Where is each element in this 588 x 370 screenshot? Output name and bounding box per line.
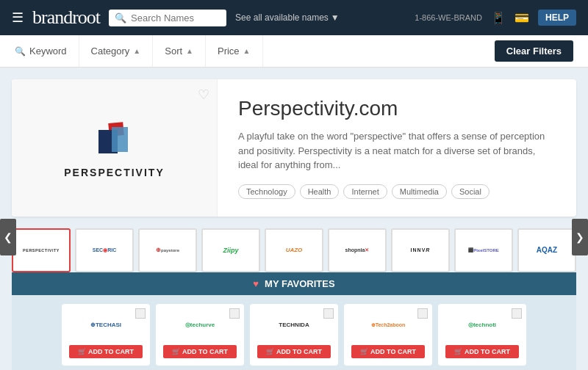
- featured-title: Perspectivity.com: [238, 97, 556, 120]
- search-input[interactable]: [131, 12, 219, 23]
- featured-logo: PERSPECTIVITY: [64, 117, 164, 178]
- thumb-pixelstore[interactable]: ⬛PixelSTORE: [454, 228, 513, 272]
- fav-item-tech2aboon: ⊕Tech2aboon 🛒 ADD TO CART: [344, 304, 432, 366]
- price-label: Price: [218, 46, 240, 57]
- site-header: ☰ brandroot 🔍 See all available names ▼ …: [0, 0, 588, 35]
- keyword-label: Keyword: [29, 46, 67, 57]
- sort-label: Sort: [165, 46, 182, 57]
- thumb-shopnia[interactable]: shopnia✕: [328, 228, 387, 272]
- search-box[interactable]: 🔍: [109, 10, 226, 26]
- main-content: ❮ ❯ ♡ PERSPECTIVITY Perspectivity.com: [0, 68, 588, 370]
- price-arrow: ▲: [243, 47, 251, 55]
- fav-item-techurve: ◎techurve 🛒 ADD TO CART: [156, 304, 244, 366]
- header-right: 1-866-WE-BRAND 📱 💳 HELP: [415, 10, 576, 26]
- cart-icon: 🛒: [360, 348, 368, 355]
- fav-checkbox-tech2aboon[interactable]: [417, 308, 428, 319]
- fav-logo-technida: TECHNIDA: [257, 311, 331, 339]
- fav-logo-tech2aboon: ⊕Tech2aboon: [351, 311, 425, 339]
- tag-health[interactable]: Health: [300, 184, 340, 199]
- wishlist-icon[interactable]: ♡: [198, 87, 209, 103]
- fav-item-technoti: ◎technoti 🛒 ADD TO CART: [438, 304, 526, 366]
- thumb-uazo[interactable]: UAZO: [265, 228, 323, 272]
- category-filter[interactable]: Category ▲: [79, 35, 154, 67]
- clear-filters-button[interactable]: Clear Filters: [495, 40, 573, 62]
- sort-filter[interactable]: Sort ▲: [153, 35, 206, 67]
- thumb-zipy[interactable]: Ziipy: [201, 228, 260, 272]
- phone-number: 1-866-WE-BRAND: [415, 13, 482, 22]
- cart-icon: 🛒: [454, 348, 462, 355]
- featured-logo-area: ♡ PERSPECTIVITY: [12, 79, 218, 217]
- thumb-paystore[interactable]: ⊕paystore: [138, 228, 197, 272]
- thumb-innvr[interactable]: INNVR: [391, 228, 450, 272]
- search-icon-small: 🔍: [15, 46, 26, 57]
- add-to-cart-technida[interactable]: 🛒 ADD TO CART: [257, 345, 331, 358]
- fav-logo-techasi: ⊕TECHASI: [69, 311, 143, 339]
- fav-checkbox-technida[interactable]: [323, 308, 334, 319]
- card-icon[interactable]: 💳: [514, 11, 529, 25]
- fav-logo-technoti: ◎technoti: [445, 311, 519, 339]
- fav-checkbox-techasi[interactable]: [135, 308, 146, 319]
- cart-icon: 🛒: [266, 348, 274, 355]
- filter-bar: 🔍 Keyword Category ▲ Sort ▲ Price ▲ Clea…: [0, 35, 588, 68]
- svg-rect-3: [112, 127, 128, 152]
- featured-info: Perspectivity.com A playful take on the …: [218, 79, 576, 217]
- thumb-secoric[interactable]: SEC◉RIC: [75, 228, 134, 272]
- search-icon: 🔍: [115, 12, 126, 23]
- prev-arrow[interactable]: ❮: [0, 219, 16, 255]
- thumb-aqaz[interactable]: AQAZ: [517, 228, 576, 272]
- price-filter[interactable]: Price ▲: [206, 35, 263, 67]
- fav-checkbox-technoti[interactable]: [512, 308, 522, 319]
- tag-technology[interactable]: Technology: [238, 184, 295, 199]
- see-all-names[interactable]: See all available names ▼: [235, 12, 340, 23]
- thumbnails-row: PERSPECTIVITY SEC◉RIC ⊕paystore Ziipy UA…: [12, 228, 576, 272]
- tags-container: Technology Health Internet Multimedia So…: [238, 184, 556, 199]
- featured-description: A playful take on the word "perspective"…: [238, 129, 556, 173]
- help-button[interactable]: HELP: [538, 10, 576, 26]
- cart-icon: 🛒: [172, 348, 180, 355]
- fav-logo-techurve: ◎techurve: [163, 311, 237, 339]
- favorites-heart-icon: ♥: [253, 278, 259, 289]
- cart-icon: 🛒: [78, 348, 86, 355]
- my-favorites-tab[interactable]: ♥ MY FAVORITES: [12, 272, 576, 295]
- featured-card: ♡ PERSPECTIVITY Perspectivity.com A play…: [12, 79, 576, 217]
- tag-internet[interactable]: Internet: [343, 184, 387, 199]
- add-to-cart-techurve[interactable]: 🛒 ADD TO CART: [163, 345, 237, 358]
- favorites-grid: ⊕TECHASI 🛒 ADD TO CART ◎techurve 🛒 ADD T…: [24, 304, 564, 366]
- tag-multimedia[interactable]: Multimedia: [392, 184, 447, 199]
- brand-logo[interactable]: brandroot: [32, 7, 100, 29]
- tag-social[interactable]: Social: [451, 184, 490, 199]
- my-favorites-label: MY FAVORITES: [265, 278, 335, 289]
- category-label: Category: [91, 46, 130, 57]
- add-to-cart-tech2aboon[interactable]: 🛒 ADD TO CART: [351, 345, 425, 358]
- thumb-perspectivity[interactable]: PERSPECTIVITY: [12, 228, 71, 272]
- next-arrow[interactable]: ❯: [572, 219, 588, 255]
- sort-arrow: ▲: [186, 47, 193, 55]
- add-to-cart-techasi[interactable]: 🛒 ADD TO CART: [69, 345, 143, 358]
- cube-logo-svg: [93, 117, 137, 161]
- keyword-filter[interactable]: 🔍 Keyword: [15, 35, 79, 67]
- fav-item-technida: TECHNIDA 🛒 ADD TO CART: [250, 304, 338, 366]
- fav-item-techasi: ⊕TECHASI 🛒 ADD TO CART: [62, 304, 150, 366]
- featured-brand-text: PERSPECTIVITY: [64, 167, 164, 178]
- add-to-cart-technoti[interactable]: 🛒 ADD TO CART: [445, 345, 519, 358]
- fav-checkbox-techurve[interactable]: [229, 308, 240, 319]
- mobile-icon[interactable]: 📱: [491, 11, 506, 25]
- favorites-section: ⊕TECHASI 🛒 ADD TO CART ◎techurve 🛒 ADD T…: [12, 295, 576, 371]
- hamburger-menu[interactable]: ☰: [12, 10, 24, 26]
- category-arrow: ▲: [133, 47, 140, 55]
